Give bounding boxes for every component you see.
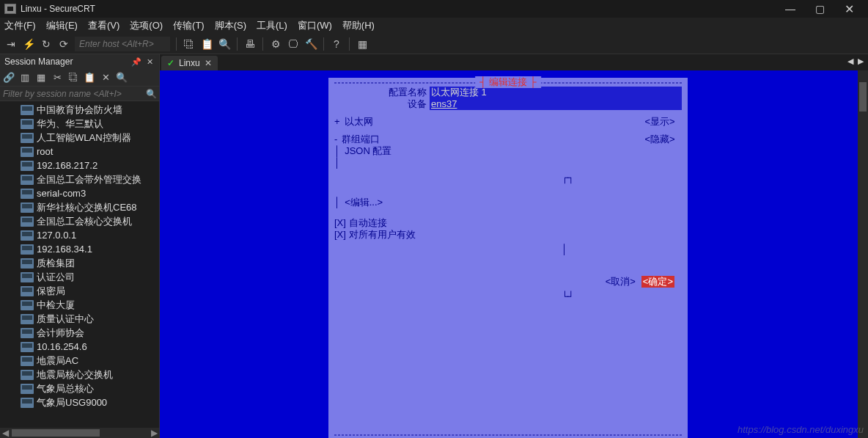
session-item[interactable]: 保密局 <box>0 284 159 298</box>
tab-close-icon[interactable]: ✕ <box>205 58 212 68</box>
session-item[interactable]: 人工智能WLAN控制器 <box>0 131 159 145</box>
new-session-icon[interactable]: ▥ <box>19 72 31 84</box>
separator <box>237 37 238 51</box>
help-icon[interactable]: ? <box>330 37 343 51</box>
session-label: 认证公司 <box>37 271 75 284</box>
hide-button[interactable]: <隐藏> <box>638 134 682 145</box>
field-config-name[interactable]: 以太网连接 1 <box>430 87 682 98</box>
print-icon[interactable]: 🖶 <box>243 37 257 51</box>
menu-script[interactable]: 脚本(S) <box>215 19 246 32</box>
panel-close-icon[interactable]: ✕ <box>144 57 155 67</box>
session-label: root <box>37 146 53 157</box>
show-button[interactable]: <显示> <box>638 116 682 128</box>
new-folder-icon[interactable]: ▦ <box>35 72 47 84</box>
session-item[interactable]: 气象局总核心 <box>0 382 159 395</box>
session-label: 华为、华三默认 <box>37 117 103 131</box>
pin-icon[interactable]: 📌 <box>131 57 141 67</box>
session-item[interactable]: 10.16.254.6 <box>0 340 159 354</box>
terminal[interactable]: ┤ 编辑连接 ├ 配置名称 以太网连接 1 设备 ens37 +以太网 <显示>… <box>160 70 868 438</box>
maximize-button[interactable]: ▢ <box>805 0 834 18</box>
search-icon[interactable]: 🔍 <box>116 72 128 84</box>
session-item[interactable]: 192.168.34.1 <box>0 242 159 256</box>
session-label: 全国总工会核心交换机 <box>37 215 132 228</box>
menu-window[interactable]: 窗口(W) <box>298 19 332 32</box>
session-label: 127.0.0.1 <box>37 230 76 241</box>
session-label: serial-com3 <box>37 188 86 199</box>
loop-icon[interactable]: ⟳ <box>57 37 70 51</box>
find-icon[interactable]: 🔍 <box>218 37 231 51</box>
json-config[interactable]: JSON 配置 <box>345 145 391 156</box>
session-item[interactable]: 中国教育协会防火墙 <box>0 103 159 117</box>
tools-icon[interactable]: 🔨 <box>304 37 317 51</box>
app-icon[interactable]: ▦ <box>356 37 369 51</box>
edit-button[interactable]: <编辑...> <box>345 197 383 208</box>
filter-input[interactable] <box>3 89 146 99</box>
menu-transfer[interactable]: 传输(T) <box>173 19 205 32</box>
watermark: https://blog.csdn.net/duxingxu <box>738 424 864 435</box>
panel-title: Session Manager <box>4 56 128 67</box>
paste-icon[interactable]: 📋 <box>200 37 213 51</box>
copy-icon[interactable]: ⿻ <box>183 37 196 51</box>
cancel-button[interactable]: <取消> <box>606 276 636 288</box>
session-item[interactable]: root <box>0 145 159 158</box>
session-item[interactable]: 质检集团 <box>0 256 159 270</box>
session-icon <box>21 258 34 269</box>
label-config-name: 配置名称 <box>334 87 430 98</box>
session-icon <box>21 161 34 171</box>
session-item[interactable]: serial-com3 <box>0 186 159 200</box>
cut-icon[interactable]: ✂ <box>51 72 63 84</box>
section-ethernet[interactable]: 以太网 <box>345 116 373 127</box>
host-input[interactable] <box>75 37 170 51</box>
label-device: 设备 <box>334 98 430 110</box>
session-icon <box>21 314 34 324</box>
menu-file[interactable]: 文件(F) <box>4 19 36 32</box>
session-item[interactable]: 质量认证中心 <box>0 312 159 326</box>
tab-next-icon[interactable]: ▶ <box>858 56 864 66</box>
connect-icon[interactable]: ⇥ <box>4 37 18 51</box>
session-item[interactable]: 认证公司 <box>0 270 159 284</box>
session-item[interactable]: 127.0.0.1 <box>0 228 159 242</box>
tab-linxu[interactable]: ✓ Linxu ✕ <box>161 56 218 70</box>
minimize-button[interactable]: — <box>776 0 805 18</box>
session-item[interactable]: 地震局AC <box>0 354 159 368</box>
session-item[interactable]: 192.168.217.2 <box>0 158 159 172</box>
menu-view[interactable]: 查看(V) <box>88 19 119 32</box>
check-auto-connect[interactable]: [X] 自动连接 <box>334 217 682 229</box>
scroll-left-icon[interactable]: ◀ <box>0 428 10 438</box>
session-item[interactable]: 华为、华三默认 <box>0 117 159 131</box>
session-item[interactable]: 会计师协会 <box>0 326 159 340</box>
ok-button[interactable]: <确定> <box>641 276 674 288</box>
delete-icon[interactable]: ✕ <box>100 72 111 84</box>
copy-icon[interactable]: ⿻ <box>67 72 79 84</box>
field-device[interactable]: ens37 <box>430 98 682 110</box>
link-icon[interactable]: 🔗 <box>3 72 15 84</box>
quick-connect-icon[interactable]: ⚡ <box>22 37 35 51</box>
search-icon[interactable]: 🔍 <box>146 89 156 99</box>
menu-edit[interactable]: 编辑(E) <box>46 19 78 32</box>
reconnect-icon[interactable]: ↻ <box>40 37 53 51</box>
options-icon[interactable]: ⚙ <box>269 37 282 51</box>
menu-tools[interactable]: 工具(L) <box>257 19 287 32</box>
session-tree[interactable]: 中国教育协会防火墙华为、华三默认人工智能WLAN控制器root192.168.2… <box>0 101 159 438</box>
session-icon <box>21 398 34 408</box>
session-item[interactable]: 地震局核心交换机 <box>0 368 159 382</box>
section-group-port[interactable]: 群组端口 <box>342 134 380 145</box>
check-all-users[interactable]: [X] 对所有用户有效 <box>334 229 682 241</box>
tab-prev-icon[interactable]: ◀ <box>847 56 853 66</box>
session-item[interactable]: 新华社核心交换机CE68 <box>0 200 159 214</box>
paste-icon[interactable]: 📋 <box>84 72 95 84</box>
close-button[interactable]: ✕ <box>834 0 864 18</box>
session-item[interactable]: 全国总工会带外管理交换 <box>0 172 159 186</box>
session-item[interactable]: 气象局USG9000 <box>0 395 159 409</box>
session-item[interactable]: 中检大厦 <box>0 298 159 312</box>
session-options-icon[interactable]: 🖵 <box>287 37 300 51</box>
scroll-right-icon[interactable]: ▶ <box>149 428 159 438</box>
tree-scrollbar[interactable]: ◀▶ <box>0 428 159 438</box>
session-label: 地震局核心交换机 <box>37 368 113 382</box>
menu-help[interactable]: 帮助(H) <box>342 19 375 32</box>
session-icon <box>21 384 34 394</box>
menu-options[interactable]: 选项(O) <box>130 19 163 32</box>
terminal-scrollbar[interactable] <box>858 70 868 438</box>
session-item[interactable]: 全国总工会核心交换机 <box>0 214 159 228</box>
tab-strip: ✓ Linxu ✕ ◀ ▶ <box>160 54 868 70</box>
